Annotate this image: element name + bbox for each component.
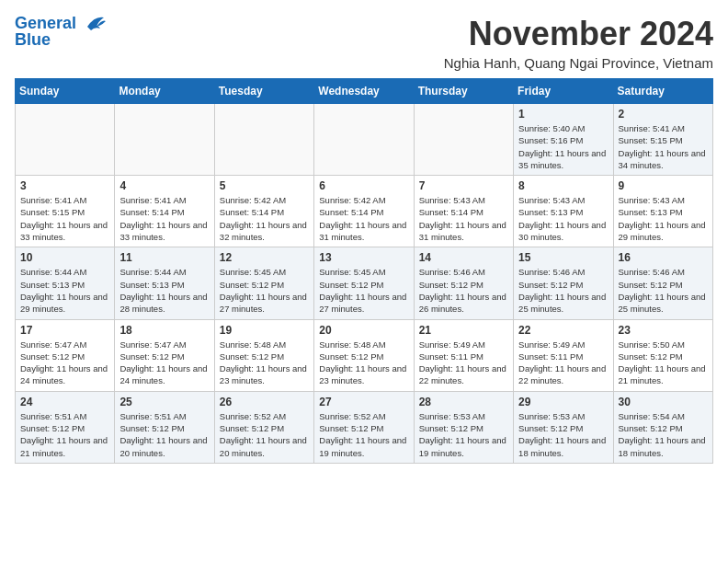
- weekday-header-cell: Tuesday: [214, 79, 313, 104]
- day-info: Sunrise: 5:41 AM Sunset: 5:14 PM Dayligh…: [119, 194, 209, 243]
- title-block: November 2024 Nghia Hanh, Quang Ngai Pro…: [444, 15, 713, 71]
- calendar-cell: 12Sunrise: 5:45 AM Sunset: 5:12 PM Dayli…: [214, 247, 313, 319]
- day-number: 15: [518, 251, 608, 264]
- calendar-cell: [314, 104, 414, 176]
- day-number: 14: [419, 251, 508, 264]
- calendar-cell: [16, 104, 115, 176]
- day-info: Sunrise: 5:47 AM Sunset: 5:12 PM Dayligh…: [119, 339, 209, 387]
- day-number: 10: [20, 251, 109, 264]
- calendar-cell: 10Sunrise: 5:44 AM Sunset: 5:13 PM Dayli…: [16, 247, 115, 319]
- day-info: Sunrise: 5:43 AM Sunset: 5:13 PM Dayligh…: [619, 194, 708, 243]
- calendar-cell: 1Sunrise: 5:40 AM Sunset: 5:16 PM Daylig…: [514, 104, 613, 176]
- calendar-cell: 27Sunrise: 5:52 AM Sunset: 5:12 PM Dayli…: [314, 391, 414, 463]
- weekday-header-cell: Wednesday: [314, 79, 414, 104]
- main-title: November 2024: [444, 15, 713, 53]
- day-info: Sunrise: 5:51 AM Sunset: 5:12 PM Dayligh…: [119, 410, 209, 459]
- day-number: 13: [319, 251, 408, 264]
- day-info: Sunrise: 5:49 AM Sunset: 5:11 PM Dayligh…: [518, 339, 608, 387]
- weekday-header-cell: Monday: [115, 79, 214, 104]
- day-number: 6: [319, 179, 408, 192]
- calendar-cell: 5Sunrise: 5:42 AM Sunset: 5:14 PM Daylig…: [214, 176, 313, 247]
- day-number: 20: [319, 324, 408, 337]
- logo: GeneralBlue: [15, 15, 106, 48]
- day-number: 21: [419, 324, 508, 337]
- day-info: Sunrise: 5:44 AM Sunset: 5:13 PM Dayligh…: [119, 266, 209, 315]
- calendar-week-row: 10Sunrise: 5:44 AM Sunset: 5:13 PM Dayli…: [16, 247, 713, 319]
- day-number: 2: [619, 108, 708, 121]
- day-number: 19: [220, 324, 309, 337]
- day-number: 9: [619, 179, 708, 192]
- day-info: Sunrise: 5:41 AM Sunset: 5:15 PM Dayligh…: [20, 194, 109, 243]
- calendar-cell: 4Sunrise: 5:41 AM Sunset: 5:14 PM Daylig…: [115, 176, 214, 247]
- calendar-cell: 7Sunrise: 5:43 AM Sunset: 5:14 PM Daylig…: [414, 176, 513, 247]
- day-info: Sunrise: 5:42 AM Sunset: 5:14 PM Dayligh…: [220, 194, 309, 243]
- subtitle: Nghia Hanh, Quang Ngai Province, Vietnam: [444, 55, 713, 71]
- day-number: 25: [119, 396, 209, 408]
- day-info: Sunrise: 5:48 AM Sunset: 5:12 PM Dayligh…: [319, 339, 408, 387]
- day-number: 30: [619, 396, 708, 408]
- logo-text: GeneralBlue: [15, 15, 76, 48]
- day-number: 23: [619, 324, 708, 337]
- day-info: Sunrise: 5:44 AM Sunset: 5:13 PM Dayligh…: [20, 266, 109, 315]
- calendar-cell: 28Sunrise: 5:53 AM Sunset: 5:12 PM Dayli…: [414, 391, 513, 463]
- weekday-header-row: SundayMondayTuesdayWednesdayThursdayFrid…: [16, 79, 713, 104]
- page-header: GeneralBlue November 2024 Nghia Hanh, Qu…: [15, 15, 713, 71]
- calendar-cell: 21Sunrise: 5:49 AM Sunset: 5:11 PM Dayli…: [414, 319, 513, 391]
- day-info: Sunrise: 5:48 AM Sunset: 5:12 PM Dayligh…: [220, 339, 309, 387]
- calendar-cell: 20Sunrise: 5:48 AM Sunset: 5:12 PM Dayli…: [314, 319, 414, 391]
- weekday-header-cell: Thursday: [414, 79, 513, 104]
- weekday-header-cell: Friday: [514, 79, 613, 104]
- calendar-cell: 9Sunrise: 5:43 AM Sunset: 5:13 PM Daylig…: [613, 176, 712, 247]
- calendar-cell: 14Sunrise: 5:46 AM Sunset: 5:12 PM Dayli…: [414, 247, 513, 319]
- day-info: Sunrise: 5:46 AM Sunset: 5:12 PM Dayligh…: [619, 266, 708, 315]
- day-number: 12: [220, 251, 309, 264]
- calendar-cell: 23Sunrise: 5:50 AM Sunset: 5:12 PM Dayli…: [613, 319, 712, 391]
- day-info: Sunrise: 5:42 AM Sunset: 5:14 PM Dayligh…: [319, 194, 408, 243]
- day-number: 28: [419, 396, 508, 408]
- day-number: 27: [319, 396, 408, 408]
- day-info: Sunrise: 5:43 AM Sunset: 5:14 PM Dayligh…: [419, 194, 508, 243]
- day-info: Sunrise: 5:45 AM Sunset: 5:12 PM Dayligh…: [220, 266, 309, 315]
- calendar-cell: 17Sunrise: 5:47 AM Sunset: 5:12 PM Dayli…: [16, 319, 115, 391]
- day-info: Sunrise: 5:43 AM Sunset: 5:13 PM Dayligh…: [518, 194, 608, 243]
- calendar-body: 1Sunrise: 5:40 AM Sunset: 5:16 PM Daylig…: [16, 104, 713, 464]
- calendar-cell: [214, 104, 313, 176]
- day-info: Sunrise: 5:50 AM Sunset: 5:12 PM Dayligh…: [619, 339, 708, 387]
- day-info: Sunrise: 5:53 AM Sunset: 5:12 PM Dayligh…: [419, 410, 508, 459]
- calendar-cell: 11Sunrise: 5:44 AM Sunset: 5:13 PM Dayli…: [115, 247, 214, 319]
- calendar-cell: 18Sunrise: 5:47 AM Sunset: 5:12 PM Dayli…: [115, 319, 214, 391]
- day-number: 17: [20, 324, 109, 337]
- day-number: 24: [20, 396, 109, 408]
- day-info: Sunrise: 5:47 AM Sunset: 5:12 PM Dayligh…: [20, 339, 109, 387]
- day-number: 7: [419, 179, 508, 192]
- calendar-cell: 22Sunrise: 5:49 AM Sunset: 5:11 PM Dayli…: [514, 319, 613, 391]
- calendar-cell: [115, 104, 214, 176]
- day-info: Sunrise: 5:52 AM Sunset: 5:12 PM Dayligh…: [319, 410, 408, 459]
- day-number: 26: [220, 396, 309, 408]
- day-number: 4: [119, 179, 209, 192]
- calendar-cell: 30Sunrise: 5:54 AM Sunset: 5:12 PM Dayli…: [613, 391, 712, 463]
- day-info: Sunrise: 5:41 AM Sunset: 5:15 PM Dayligh…: [619, 122, 708, 171]
- calendar-cell: 26Sunrise: 5:52 AM Sunset: 5:12 PM Dayli…: [214, 391, 313, 463]
- calendar-cell: 13Sunrise: 5:45 AM Sunset: 5:12 PM Dayli…: [314, 247, 414, 319]
- calendar-cell: 2Sunrise: 5:41 AM Sunset: 5:15 PM Daylig…: [613, 104, 712, 176]
- day-number: 18: [119, 324, 209, 337]
- calendar-cell: 24Sunrise: 5:51 AM Sunset: 5:12 PM Dayli…: [16, 391, 115, 463]
- day-number: 5: [220, 179, 309, 192]
- day-number: 11: [119, 251, 209, 264]
- day-info: Sunrise: 5:52 AM Sunset: 5:12 PM Dayligh…: [220, 410, 309, 459]
- calendar-cell: [414, 104, 513, 176]
- calendar-cell: 3Sunrise: 5:41 AM Sunset: 5:15 PM Daylig…: [16, 176, 115, 247]
- weekday-header-cell: Sunday: [16, 79, 115, 104]
- day-info: Sunrise: 5:46 AM Sunset: 5:12 PM Dayligh…: [419, 266, 508, 315]
- logo-bird-icon: [78, 14, 106, 40]
- day-info: Sunrise: 5:40 AM Sunset: 5:16 PM Dayligh…: [518, 122, 608, 171]
- day-info: Sunrise: 5:45 AM Sunset: 5:12 PM Dayligh…: [319, 266, 408, 315]
- calendar-cell: 25Sunrise: 5:51 AM Sunset: 5:12 PM Dayli…: [115, 391, 214, 463]
- calendar-cell: 6Sunrise: 5:42 AM Sunset: 5:14 PM Daylig…: [314, 176, 414, 247]
- calendar-table: SundayMondayTuesdayWednesdayThursdayFrid…: [15, 78, 713, 464]
- calendar-week-row: 24Sunrise: 5:51 AM Sunset: 5:12 PM Dayli…: [16, 391, 713, 463]
- day-number: 22: [518, 324, 608, 337]
- weekday-header-cell: Saturday: [613, 79, 712, 104]
- day-number: 29: [518, 396, 608, 408]
